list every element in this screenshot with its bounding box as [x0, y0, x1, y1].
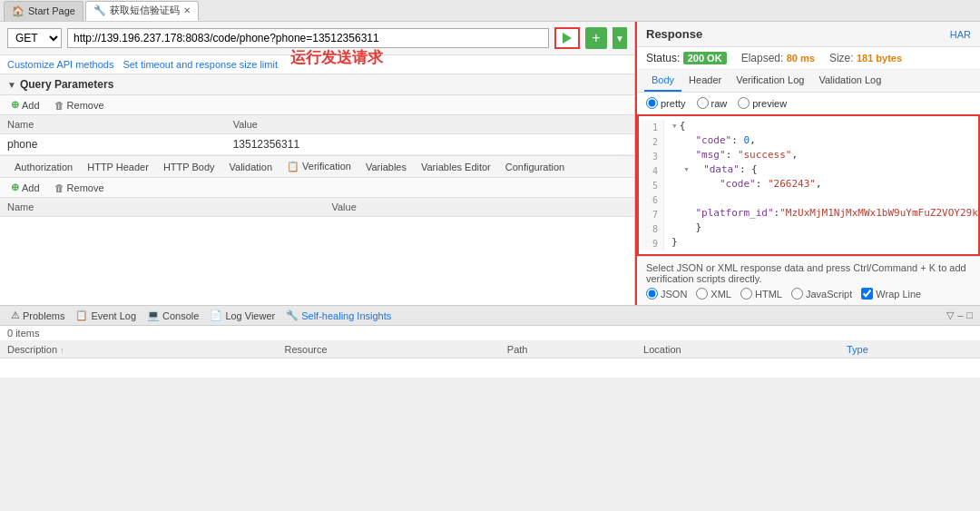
tab-http-body[interactable]: HTTP Body [156, 157, 222, 177]
url-bar: GET POST PUT DELETE + ▼ [0, 22, 634, 55]
add-param-button[interactable]: ⊕ Add [7, 98, 44, 112]
toggle-icon[interactable]: ▼ [7, 80, 16, 90]
event-log-label: Event Log [91, 310, 136, 321]
sms-tab-icon: 🔧 [93, 5, 106, 16]
desc-col[interactable]: Description ↑ [0, 341, 278, 359]
bottom-panel: ⚠ Problems 📋 Event Log 💻 Console 📄 Log V… [0, 305, 980, 378]
resp-tab-body[interactable]: Body [644, 70, 681, 92]
auth-toolbar: ⊕ Add 🗑 Remove [0, 178, 634, 198]
event-log-tab[interactable]: 📋 Event Log [72, 310, 140, 321]
add-icon: ⊕ [11, 99, 19, 111]
wrap-line-label: Wrap Line [876, 289, 921, 300]
elapsed-info: Elapsed: 80 ms [741, 52, 815, 64]
tab-variables-editor[interactable]: Variables Editor [414, 157, 498, 177]
log-viewer-tab[interactable]: 📄 Log Viewer [206, 310, 279, 321]
javascript-radio[interactable]: JavaScript [791, 288, 852, 300]
response-header: Response HAR [637, 22, 980, 47]
preview-radio[interactable]: preview [738, 97, 787, 109]
remove-auth-label: Remove [67, 182, 104, 193]
table-row: phone 13512356311 [0, 134, 634, 155]
add-request-button[interactable]: + [585, 27, 607, 49]
html-radio[interactable]: HTML [740, 288, 782, 300]
filter-icon[interactable]: ▽ [946, 310, 954, 321]
close-tab-icon[interactable]: ✕ [183, 5, 191, 15]
response-tabs: Body Header Verification Log Validation … [637, 70, 980, 93]
param-name: phone [0, 134, 226, 155]
main-area: GET POST PUT DELETE + ▼ 运行发送请求 Customize… [0, 22, 980, 305]
value-col-header: Value [226, 115, 634, 134]
filter-icons: ▽ – □ [946, 310, 973, 321]
method-select[interactable]: GET POST PUT DELETE [7, 28, 62, 48]
self-healing-label: Self-healing Insights [301, 310, 391, 321]
xml-radio[interactable]: XML [696, 288, 731, 300]
resp-tab-validation-log[interactable]: Validation Log [811, 70, 888, 92]
query-params-toolbar: ⊕ Add 🗑 Remove [0, 95, 634, 115]
raw-radio[interactable]: raw [697, 97, 728, 109]
sms-tab-label: 获取短信验证码 [110, 4, 180, 17]
path-col[interactable]: Path [500, 341, 636, 359]
items-count: 0 items [0, 326, 980, 341]
resp-tab-header[interactable]: Header [681, 70, 729, 92]
sub-tabs: Authorization HTTP Header HTTP Body Vali… [0, 155, 634, 178]
console-icon: 💻 [147, 310, 160, 321]
problems-tab[interactable]: ⚠ Problems [7, 310, 68, 321]
problems-label: Problems [23, 310, 64, 321]
tab-variables[interactable]: Variables [358, 157, 414, 177]
json-radio[interactable]: JSON [646, 288, 687, 300]
tab-verification[interactable]: 📋 Verification [279, 156, 358, 177]
tab-sms-verify[interactable]: 🔧 获取短信验证码 ✕ [85, 1, 199, 21]
console-tab[interactable]: 💻 Console [143, 310, 202, 321]
response-footer: Select JSON or XML response data and pre… [637, 256, 980, 305]
self-healing-icon: 🔧 [286, 310, 299, 321]
start-page-icon: 🏠 [12, 5, 24, 17]
problems-table: Description ↑ Resource Path Location Typ… [0, 341, 980, 359]
status-row: Status: 200 OK Elapsed: 80 ms Size: 181 … [637, 47, 980, 70]
remove-auth-button[interactable]: 🗑 Remove [51, 182, 108, 194]
type-col[interactable]: Type [839, 341, 980, 359]
query-params-title: Query Parameters [20, 78, 113, 91]
add-param-label: Add [22, 100, 40, 111]
left-panel: GET POST PUT DELETE + ▼ 运行发送请求 Customize… [0, 22, 635, 305]
remove-param-label: Remove [67, 100, 104, 111]
status-badge: 200 OK [683, 52, 727, 64]
auth-name-header: Name [0, 198, 324, 217]
minimize-icon[interactable]: – [957, 310, 963, 321]
tab-http-header[interactable]: HTTP Header [80, 157, 156, 177]
har-link[interactable]: HAR [950, 29, 971, 40]
self-healing-tab[interactable]: 🔧 Self-healing Insights [282, 310, 395, 321]
resp-tab-verification-log[interactable]: Verification Log [729, 70, 811, 92]
tab-validation[interactable]: Validation [222, 157, 280, 177]
links-row: Customize API methods Set timeout and re… [0, 55, 634, 74]
params-table: Name Value phone 13512356311 [0, 115, 634, 155]
wrap-line-checkbox[interactable]: Wrap Line [861, 288, 921, 300]
log-viewer-label: Log Viewer [225, 310, 275, 321]
set-timeout-link[interactable]: Set timeout and response size limit [122, 59, 278, 70]
run-button[interactable] [554, 27, 580, 49]
add-auth-button[interactable]: ⊕ Add [7, 181, 44, 194]
bottom-tabs: ⚠ Problems 📋 Event Log 💻 Console 📄 Log V… [0, 306, 980, 326]
json-content: 返回结果 1 ▾{ 2 "code": 0, 3 "msg": "success… [637, 114, 980, 256]
maximize-icon[interactable]: □ [966, 310, 973, 321]
tab-bar: 🏠 Start Page 🔧 获取短信验证码 ✕ [0, 0, 980, 22]
json-line: 7 "platform_id":"MzUxMjM1NjMxMWx1bW9uYmF… [639, 207, 978, 221]
json-line: 8 } [639, 221, 978, 236]
customize-api-link[interactable]: Customize API methods [7, 59, 113, 70]
json-line: 5 "code": "266243", [639, 178, 978, 192]
url-input[interactable] [67, 28, 549, 48]
resource-col[interactable]: Resource [278, 341, 500, 359]
param-value: 13512356311 [226, 134, 634, 155]
play-icon [563, 33, 572, 44]
location-col[interactable]: Location [636, 341, 839, 359]
pretty-radio[interactable]: pretty [646, 97, 686, 109]
tab-authorization[interactable]: Authorization [7, 157, 80, 177]
tab-configuration[interactable]: Configuration [498, 157, 572, 177]
dropdown-arrow-icon[interactable]: ▼ [612, 27, 627, 49]
footer-radios: JSON XML HTML JavaScript Wrap Line [646, 288, 971, 300]
response-title: Response [646, 27, 702, 41]
remove-param-button[interactable]: 🗑 Remove [51, 99, 108, 112]
add-auth-icon: ⊕ [11, 182, 19, 193]
size-info: Size: 181 bytes [829, 52, 902, 64]
add-auth-label: Add [22, 182, 40, 193]
json-line: 6 [639, 192, 978, 207]
tab-start-page[interactable]: 🏠 Start Page [4, 1, 83, 21]
